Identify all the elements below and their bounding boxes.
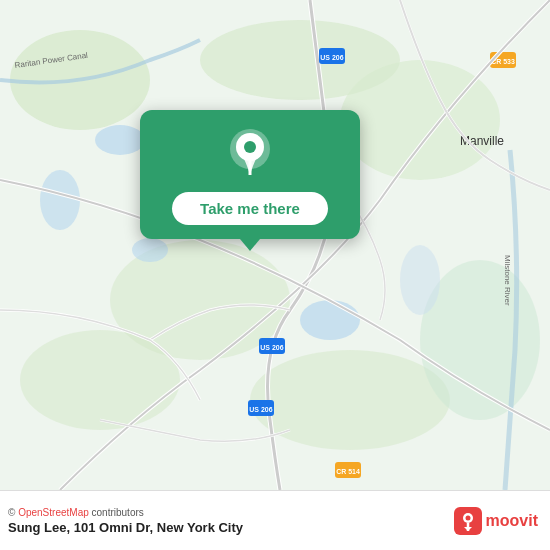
take-me-there-button[interactable]: Take me there bbox=[172, 192, 328, 225]
svg-point-33 bbox=[465, 515, 470, 520]
svg-text:US 206: US 206 bbox=[260, 344, 283, 351]
svg-point-30 bbox=[244, 141, 256, 153]
bottom-bar: © OpenStreetMap contributors Sung Lee, 1… bbox=[0, 490, 550, 550]
map-view: Raritan Power Canal Manville Milstone Ri… bbox=[0, 0, 550, 490]
moovit-icon bbox=[454, 507, 482, 535]
svg-point-7 bbox=[250, 350, 450, 450]
openstreetmap-link[interactable]: OpenStreetMap bbox=[18, 507, 89, 518]
svg-text:US 206: US 206 bbox=[249, 406, 272, 413]
address-label: Sung Lee, 101 Omni Dr, New York City bbox=[8, 520, 243, 535]
contributors-text: contributors bbox=[92, 507, 144, 518]
svg-point-13 bbox=[400, 245, 440, 315]
svg-point-10 bbox=[40, 170, 80, 230]
copyright-symbol: © bbox=[8, 507, 15, 518]
svg-point-12 bbox=[300, 300, 360, 340]
bottom-left-section: © OpenStreetMap contributors Sung Lee, 1… bbox=[8, 507, 243, 535]
pin-icon bbox=[225, 128, 275, 178]
svg-text:Milstone River: Milstone River bbox=[503, 255, 512, 306]
moovit-logo: moovit bbox=[454, 507, 538, 535]
svg-point-14 bbox=[132, 238, 168, 262]
map-background: Raritan Power Canal Manville Milstone Ri… bbox=[0, 0, 550, 490]
osm-attribution: © OpenStreetMap contributors bbox=[8, 507, 243, 518]
svg-point-9 bbox=[95, 125, 145, 155]
svg-text:CR 514: CR 514 bbox=[336, 468, 360, 475]
moovit-label: moovit bbox=[486, 512, 538, 530]
location-popup: Take me there bbox=[140, 110, 360, 239]
svg-text:US 206: US 206 bbox=[320, 54, 343, 61]
